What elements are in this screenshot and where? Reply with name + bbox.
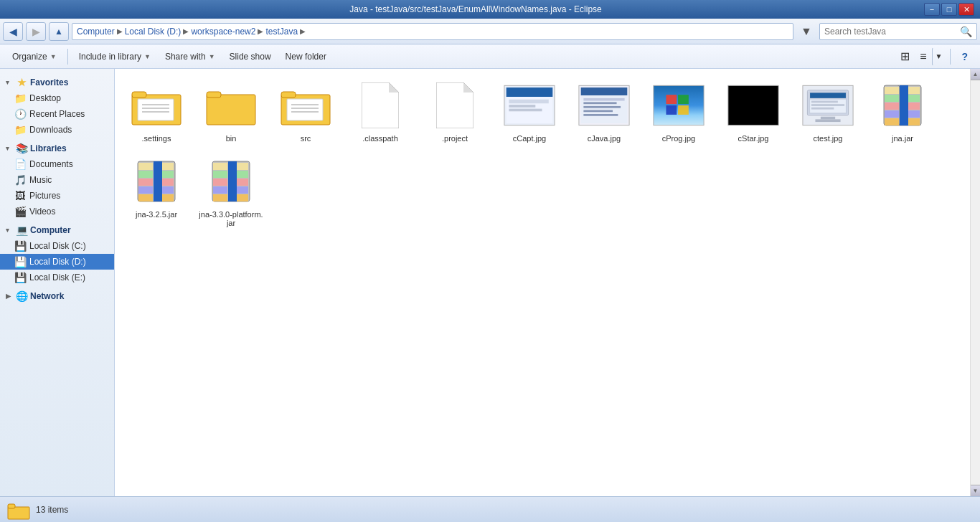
svg-rect-41 [821,117,835,120]
svg-rect-36 [678,105,689,115]
file-src[interactable]: src [270,75,341,148]
organize-label: Organize [12,52,47,62]
file-bin[interactable]: bin [195,75,267,148]
favorites-expand-icon: ▾ [6,79,13,86]
svg-rect-46 [811,104,844,106]
scroll-up-button[interactable]: ▲ [971,69,981,80]
favorites-header[interactable]: ▾ ★ Favorites [0,75,114,90]
breadcrumb-localdisk-d[interactable]: Local Disk (D:) [125,27,182,37]
svg-rect-21 [509,100,548,104]
new-folder-button[interactable]: New folder [279,47,333,66]
svg-rect-42 [815,119,840,122]
view-details-icon[interactable]: ≡ [916,47,930,66]
scrollbar[interactable]: ▲ ▼ [970,69,980,496]
file-ccapt[interactable]: cCapt.jpg [494,75,565,148]
computer-header[interactable]: ▾ 💻 Computer [0,222,114,238]
videos-icon: 🎬 [14,206,26,217]
svg-rect-79 [213,186,227,194]
settings-folder-icon-area [131,80,182,131]
ccapt-thumb-svg [504,83,555,128]
sidebar-item-music[interactable]: 🎵 Music [0,172,114,188]
refresh-button[interactable]: ▼ [796,22,816,41]
search-input[interactable] [824,27,960,37]
file-ctest[interactable]: ctest.jpg [792,75,864,148]
back-button[interactable]: ◀ [3,22,23,41]
svg-rect-43 [810,92,846,98]
svg-rect-37 [728,85,778,125]
svg-rect-61 [908,118,920,125]
sidebar-item-desktop[interactable]: 📁 Desktop [0,90,114,106]
slideshow-label: Slide show [230,52,271,62]
file-jna-330[interactable]: jna-3.3.0-platform.jar [195,151,267,232]
file-cjava[interactable]: cJava.jpg [568,75,640,148]
scroll-down-button[interactable]: ▼ [971,485,981,496]
disk-c-icon: 💾 [14,240,26,252]
svg-rect-6 [207,95,255,125]
up-button[interactable]: ▲ [49,22,69,41]
file-cprog[interactable]: cProg.jpg [643,75,715,148]
file-classpath[interactable]: .classpath [344,75,416,148]
settings-folder-svg [131,85,182,126]
sidebar-item-videos[interactable]: 🎬 Videos [0,204,114,219]
network-icon: 🌐 [16,290,27,302]
svg-rect-64 [138,163,153,170]
sidebar-item-downloads[interactable]: 📁 Downloads [0,122,114,138]
breadcrumb-workspace[interactable]: workspace-new2 [191,27,255,37]
title-bar-controls: − □ ✕ [924,3,974,16]
svg-rect-10 [287,99,323,120]
libraries-header[interactable]: ▾ 📚 Libraries [0,141,114,156]
breadcrumb-arrow-3: ▶ [258,27,263,35]
view-options-arrow[interactable]: ▼ [932,47,946,66]
breadcrumb-bar[interactable]: Computer ▶ Local Disk (D:) ▶ workspace-n… [72,23,793,40]
file-settings[interactable]: .settings [121,75,192,148]
svg-rect-69 [162,163,174,170]
sidebar-item-pictures[interactable]: 🖼 Pictures [0,188,114,204]
file-area: .settings bin [115,69,970,496]
organize-arrow: ▼ [50,53,57,60]
breadcrumb-testjava[interactable]: testJava [265,27,298,37]
status-folder-svg [7,501,30,520]
breadcrumb-computer[interactable]: Computer [77,27,115,37]
file-jna-jar[interactable]: jna.jar [867,75,938,148]
slideshow-button[interactable]: Slide show [223,47,278,66]
sidebar-item-local-disk-e[interactable]: 💾 Local Disk (E:) [0,270,114,285]
sidebar-item-recent-places[interactable]: 🕐 Recent Places [0,106,114,122]
svg-rect-87 [8,504,15,508]
file-jna-325[interactable]: jna-3.2.5.jar [121,151,192,232]
close-button[interactable]: ✕ [958,3,974,16]
svg-rect-76 [213,163,227,170]
share-with-button[interactable]: Share with ▼ [159,47,222,66]
local-disk-e-label: Local Disk (E:) [29,272,85,283]
sidebar-item-local-disk-d[interactable]: 💾 Local Disk (D:) [0,254,114,270]
local-disk-c-label: Local Disk (C:) [29,241,86,251]
downloads-folder-icon: 📁 [14,124,26,136]
search-bar[interactable]: 🔍 [819,23,977,40]
jna-325-label: jna-3.2.5.jar [136,210,177,219]
include-in-library-button[interactable]: Include in library ▼ [72,47,157,66]
maximize-button[interactable]: □ [941,3,957,16]
network-header[interactable]: ▶ 🌐 Network [0,288,114,304]
svg-rect-85 [237,194,248,201]
project-icon-area [429,80,481,131]
toolbar-separator-1 [67,49,68,65]
sidebar-item-documents[interactable]: 📄 Documents [0,156,114,172]
local-disk-d-label: Local Disk (D:) [29,257,86,267]
view-large-icon[interactable]: ⊞ [895,47,915,66]
help-button[interactable]: ? [955,47,974,66]
ctest-thumb-svg [802,83,854,128]
svg-rect-75 [228,161,237,201]
file-project[interactable]: .project [419,75,491,148]
downloads-label: Downloads [29,125,72,135]
computer-label: Computer [30,225,71,235]
jna-jar-icon-area [877,80,928,131]
file-cstar[interactable]: cStar.jpg [717,75,789,148]
minimize-button[interactable]: − [924,3,940,16]
disk-d-icon: 💾 [14,256,26,267]
svg-rect-84 [237,186,248,194]
svg-rect-65 [138,171,153,178]
sidebar-item-local-disk-c[interactable]: 💾 Local Disk (C:) [0,238,114,254]
bin-folder-svg [205,85,257,126]
organize-button[interactable]: Organize ▼ [6,47,63,66]
forward-button[interactable]: ▶ [26,22,46,41]
computer-icon: 💻 [16,224,27,236]
